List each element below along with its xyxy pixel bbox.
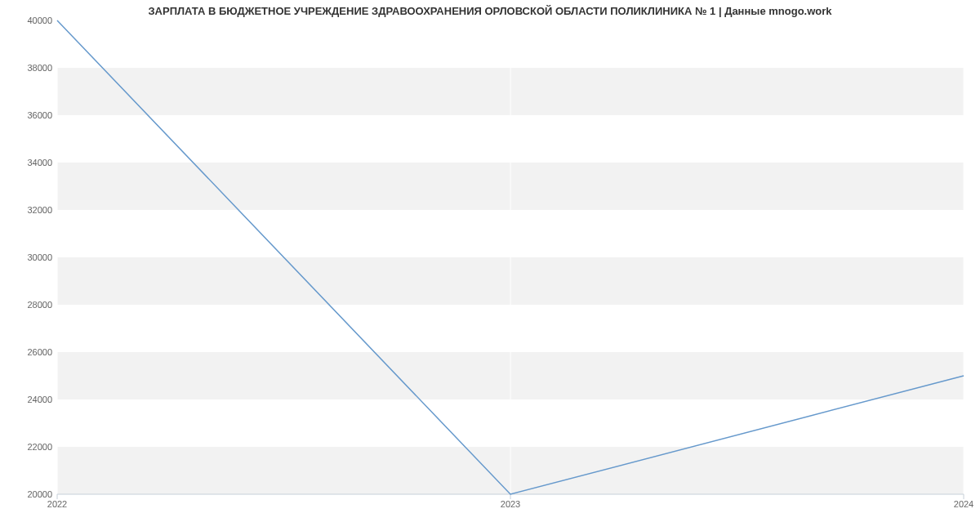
y-tick-label: 32000 <box>3 205 52 215</box>
chart-plot-area <box>57 20 964 494</box>
y-tick-label: 24000 <box>3 395 52 404</box>
y-tick-label: 22000 <box>3 442 52 452</box>
y-tick-label: 28000 <box>3 300 52 310</box>
x-tick-label: 2023 <box>501 499 520 509</box>
y-tick-label: 38000 <box>3 63 52 73</box>
chart-svg <box>57 20 964 494</box>
y-tick-label: 40000 <box>3 16 52 25</box>
y-tick-label: 36000 <box>3 110 52 120</box>
x-tick-label: 2022 <box>47 499 67 509</box>
y-tick-label: 20000 <box>3 489 52 499</box>
y-tick-label: 34000 <box>3 158 52 167</box>
x-tick-label: 2024 <box>954 499 973 509</box>
chart-title: ЗАРПЛАТА В БЮДЖЕТНОЕ УЧРЕЖДЕНИЕ ЗДРАВООХ… <box>0 5 980 17</box>
y-tick-label: 26000 <box>3 347 52 357</box>
y-tick-label: 30000 <box>3 252 52 262</box>
